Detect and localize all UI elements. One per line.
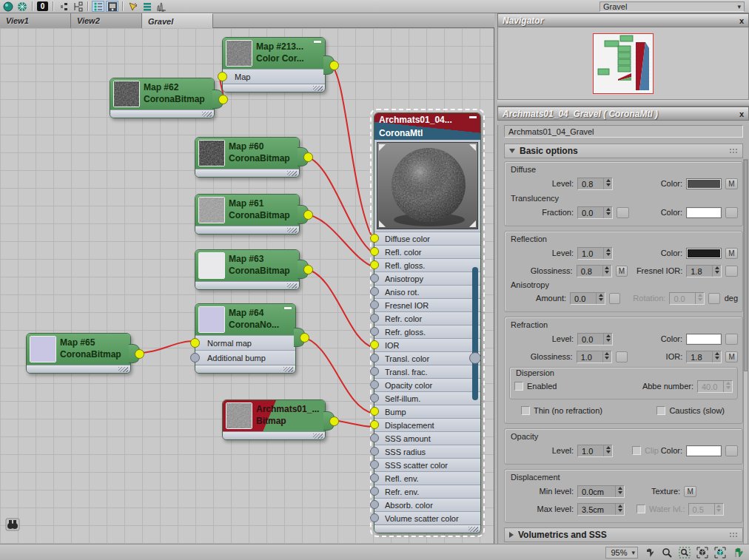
- anisotropy-rotation-map-button[interactable]: [708, 293, 719, 304]
- port[interactable]: [370, 327, 379, 336]
- tab-gravel[interactable]: Gravel: [142, 13, 213, 28]
- list-view-icon[interactable]: [92, 1, 104, 12]
- output-port[interactable]: [218, 95, 228, 104]
- translucency-color-swatch[interactable]: [686, 207, 722, 218]
- node-header[interactable]: Map #63CoronaBitmap: [195, 250, 299, 281]
- node-output[interactable]: [298, 205, 309, 224]
- output-port[interactable]: [303, 210, 313, 220]
- hide-unused-nodeslots-icon[interactable]: [57, 1, 70, 12]
- port[interactable]: [190, 353, 200, 362]
- material-ball-icon[interactable]: [1, 1, 14, 12]
- port[interactable]: [370, 300, 379, 309]
- zoom-extents-icon[interactable]: [696, 546, 709, 559]
- node-header[interactable]: Map #213...Color Cor...: [223, 38, 325, 69]
- node-resize-grip[interactable]: [195, 365, 295, 373]
- port[interactable]: [370, 394, 379, 402]
- node-map213[interactable]: Map #213...Color Cor... Map: [222, 37, 326, 92]
- diffuse-level-spinner[interactable]: 0.8: [577, 178, 613, 190]
- node-input-slot-additional-bump[interactable]: Additional bump: [195, 350, 295, 365]
- translucency-fraction-spinner[interactable]: 0.0: [577, 206, 613, 219]
- panel-scrollbar[interactable]: [743, 159, 748, 545]
- port[interactable]: [370, 513, 379, 522]
- opacity-color-map-button[interactable]: [725, 445, 738, 456]
- zoom-extents-selected-icon[interactable]: [713, 546, 727, 559]
- node-output[interactable]: [129, 344, 140, 363]
- pan-view-icon[interactable]: [731, 546, 745, 559]
- material-selector-dropdown[interactable]: Gravel ▾: [599, 1, 745, 12]
- translucency-color-map-button[interactable]: [725, 207, 738, 218]
- material-slot-refl-color[interactable]: Refl. color: [374, 245, 480, 258]
- material-slot-refr-gloss[interactable]: Refr. gloss.: [374, 325, 480, 338]
- node-resize-grip[interactable]: [27, 365, 130, 373]
- port[interactable]: [370, 380, 379, 389]
- panel-splitter[interactable]: [497, 100, 749, 107]
- opacity-level-spinner[interactable]: 1.0: [577, 445, 613, 457]
- reflection-glossiness-map-button[interactable]: M: [616, 266, 628, 277]
- port[interactable]: [370, 274, 379, 283]
- node-archmats-bitmap[interactable]: Archmats01_...Bitmap: [222, 399, 326, 440]
- output-port[interactable]: [329, 61, 339, 70]
- node-input-slot-map[interactable]: Map: [223, 69, 325, 84]
- opacity-color-swatch[interactable]: [686, 445, 722, 456]
- pan-hand-icon[interactable]: [642, 546, 656, 559]
- material-slot-diffuse-color[interactable]: Diffuse color: [374, 232, 480, 245]
- output-port[interactable]: [329, 416, 339, 426]
- displacement-texture-button[interactable]: M: [684, 486, 696, 497]
- rollout-basic-options[interactable]: Basic options: [504, 144, 743, 158]
- port[interactable]: [370, 500, 379, 509]
- material-slot-anisotropy[interactable]: Anisotropy: [374, 271, 480, 285]
- material-slot-refl-gloss[interactable]: Refl. gloss.: [374, 258, 480, 271]
- port[interactable]: [370, 367, 379, 376]
- node-output[interactable]: [323, 55, 335, 75]
- port[interactable]: [370, 473, 379, 482]
- node-header[interactable]: Map #62CoronaBitmap: [110, 78, 214, 109]
- node-map61[interactable]: Map #61CoronaBitmap: [195, 194, 300, 235]
- select-tool-icon[interactable]: [127, 1, 139, 12]
- abbe-number-spinner[interactable]: 40.0: [697, 380, 733, 393]
- reflection-level-spinner[interactable]: 1.0: [577, 247, 613, 260]
- node-header[interactable]: Map #61CoronaBitmap: [195, 195, 299, 226]
- material-slot-fresnel-ior[interactable]: Fresnel IOR: [374, 298, 480, 311]
- refraction-glossiness-map-button[interactable]: [616, 351, 628, 362]
- material-slot-refr-env[interactable]: Refr. env.: [374, 485, 480, 498]
- refraction-ior-spinner[interactable]: 1.8: [686, 351, 722, 363]
- material-slot-refl-env[interactable]: Refl. env.: [374, 471, 480, 485]
- port[interactable]: [370, 434, 379, 442]
- collapse-icon[interactable]: [469, 116, 477, 118]
- translucency-fraction-map-button[interactable]: [617, 207, 629, 218]
- connected-port[interactable]: [370, 247, 379, 256]
- node-map60[interactable]: Map #60CoronaBitmap: [195, 137, 300, 178]
- node-graph-view[interactable]: Map #213...Color Cor... Map Map #62Coron…: [0, 28, 494, 544]
- material-node-header[interactable]: Archmats01_04... CoronaMtl: [374, 113, 480, 140]
- caustics-checkbox[interactable]: [656, 406, 665, 415]
- connected-port[interactable]: [218, 72, 227, 81]
- node-header[interactable]: Map #60CoronaBitmap: [195, 138, 299, 169]
- node-header[interactable]: Map #65CoronaBitmap: [27, 334, 130, 365]
- node-resize-grip[interactable]: [195, 226, 299, 234]
- refraction-color-map-button[interactable]: [725, 334, 738, 345]
- dispersion-enabled-checkbox[interactable]: [514, 382, 523, 391]
- connected-port[interactable]: [370, 234, 379, 243]
- tab-view2[interactable]: View2: [71, 13, 142, 28]
- refraction-ior-map-button[interactable]: M: [725, 351, 738, 362]
- node-resize-grip[interactable]: [223, 84, 325, 92]
- preview-navigator-icon[interactable]: [106, 1, 118, 12]
- node-scrollbar[interactable]: [472, 267, 478, 400]
- refraction-glossiness-spinner[interactable]: 1.0: [577, 351, 612, 363]
- node-resize-grip[interactable]: [223, 431, 325, 439]
- refraction-level-spinner[interactable]: 0.0: [577, 333, 613, 345]
- port[interactable]: [370, 447, 379, 456]
- node-resize-grip[interactable]: [110, 109, 214, 118]
- checker-ball-icon[interactable]: [16, 1, 28, 12]
- material-slot-refr-color[interactable]: Refr. color: [374, 311, 480, 325]
- node-map63[interactable]: Map #63CoronaBitmap: [195, 249, 300, 290]
- navigator-minimap[interactable]: [497, 27, 749, 100]
- material-name-field[interactable]: Archmats01_04_Gravel: [504, 125, 743, 138]
- navigator-titlebar[interactable]: Navigator x: [497, 13, 749, 27]
- connected-port[interactable]: [370, 407, 379, 416]
- node-map62[interactable]: Map #62CoronaBitmap: [110, 78, 215, 118]
- port[interactable]: [370, 314, 379, 323]
- water-level-spinner[interactable]: 0.5: [688, 503, 724, 516]
- material-slot-self-illum[interactable]: Self-illum.: [374, 391, 480, 405]
- node-map64[interactable]: Map #64CoronaNo... Normal map Additional…: [195, 303, 296, 374]
